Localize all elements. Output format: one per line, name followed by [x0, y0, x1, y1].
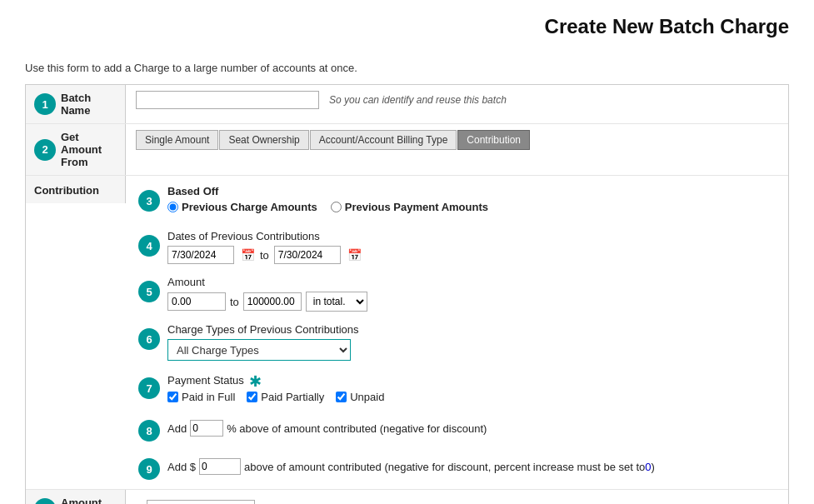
- radio-prev-charge-label: Previous Charge Amounts: [182, 201, 317, 213]
- radio-prev-payment-input[interactable]: [331, 202, 342, 212]
- amount-override-input[interactable]: [147, 500, 255, 504]
- add-percent-input[interactable]: [190, 420, 223, 437]
- charge-types-label: Charge Types of Previous Contributions: [167, 323, 778, 336]
- payment-status-checkboxes: Paid in Full Paid Partially Unpaid: [167, 391, 778, 403]
- based-off-section: 3 Based Off Previous Charge Amounts: [136, 182, 778, 222]
- check-paid-partial-label: Paid Partially: [261, 391, 324, 403]
- check-unpaid-input[interactable]: [336, 392, 347, 402]
- add-percent-content: Add % above of amount contributed (negat…: [167, 420, 778, 437]
- get-amount-row: 2 Get Amount From Single Amount Seat Own…: [26, 124, 788, 176]
- add-dollar-pre: Add $: [167, 461, 196, 473]
- contribution-section: 3 Based Off Previous Charge Amounts: [126, 176, 788, 489]
- amount-label: Amount: [167, 276, 778, 288]
- check-paid-full-label: Paid in Full: [182, 391, 235, 403]
- charge-types-section: 6 Charge Types of Previous Contributions…: [136, 320, 778, 364]
- charge-types-select[interactable]: All Charge Types: [167, 339, 351, 361]
- based-off-content: Based Off Previous Charge Amounts Previo…: [167, 185, 778, 218]
- intro-text: Use this form to add a Charge to a large…: [25, 55, 789, 74]
- date-to-label: to: [260, 249, 269, 262]
- add-dollar-content: Add $ above of amount contributed (negat…: [167, 458, 778, 475]
- batch-name-hint: So you can identify and reuse this batch: [329, 94, 507, 106]
- star-icon: ✱: [249, 372, 262, 391]
- check-paid-partial-input[interactable]: [247, 392, 257, 402]
- add-dollar-section: 9 Add $ above of amount contributed (neg…: [136, 450, 778, 483]
- step-badge-4: 4: [138, 235, 160, 257]
- charge-types-content: Charge Types of Previous Contributions A…: [167, 323, 778, 361]
- contribution-row: Contribution 3 Based Off: [26, 176, 788, 490]
- tab-contribution[interactable]: Contribution: [457, 130, 530, 150]
- amount-section: 5 Amount to in total. per item: [136, 272, 778, 315]
- dates-content: Dates of Previous Contributions 📅 to 📅: [167, 230, 778, 264]
- step-badge-6: 6: [138, 328, 160, 350]
- payment-status-section: 7 Payment Status ✱ Paid in Full: [136, 369, 778, 407]
- amount-from-input[interactable]: [167, 292, 226, 311]
- dates-section: 4 Dates of Previous Contributions 📅 to 📅: [136, 227, 778, 267]
- form-container: 1 Batch Name So you can identify and reu…: [25, 84, 789, 504]
- amount-override-field: $ Leave blank to re-use the contribution…: [126, 494, 788, 504]
- step-badge-5: 5: [138, 281, 160, 302]
- amount-override-label: Amount Override: [61, 497, 117, 504]
- tab-account-billing-type[interactable]: Account/Account Billing Type: [310, 130, 457, 150]
- cal-to-icon[interactable]: 📅: [347, 248, 362, 262]
- date-from-input[interactable]: [167, 246, 234, 264]
- radio-prev-payment-label: Previous Payment Amounts: [345, 201, 488, 213]
- payment-status-label: Payment Status: [167, 374, 244, 387]
- step-badge-10: 10: [34, 498, 56, 504]
- amount-content: Amount to in total. per item: [167, 276, 778, 312]
- check-paid-full-input[interactable]: [167, 392, 178, 402]
- check-paid-full[interactable]: Paid in Full: [167, 391, 235, 403]
- add-percent-section: 8 Add % above of amount contributed (neg…: [136, 412, 778, 445]
- step-badge-9: 9: [138, 458, 160, 480]
- step-badge-7: 7: [138, 377, 160, 399]
- dates-label: Dates of Previous Contributions: [167, 230, 778, 242]
- check-paid-partial[interactable]: Paid Partially: [247, 391, 324, 403]
- amount-to-label: to: [230, 296, 239, 308]
- add-percent-post: % above of amount contributed (negative …: [227, 422, 487, 435]
- check-unpaid[interactable]: Unpaid: [336, 391, 384, 403]
- add-dollar-input[interactable]: [199, 458, 241, 475]
- contribution-label: Contribution: [34, 184, 99, 197]
- page-title: Create New Batch Charge: [25, 15, 789, 38]
- date-to-input[interactable]: [274, 246, 341, 264]
- tab-group: Single Amount Seat Ownership Account/Acc…: [136, 130, 531, 150]
- add-dollar-end: ): [652, 461, 655, 473]
- batch-name-label: Batch Name: [61, 92, 117, 117]
- step-badge-1: 1: [34, 93, 56, 115]
- based-off-radio-group: Previous Charge Amounts Previous Payment…: [167, 201, 778, 213]
- get-amount-label: Get Amount From: [61, 131, 117, 168]
- amount-qualifier-select[interactable]: in total. per item: [306, 292, 367, 312]
- batch-name-input[interactable]: [136, 91, 319, 109]
- step-badge-2: 2: [34, 139, 56, 161]
- add-percent-pre: Add: [167, 422, 187, 435]
- based-off-label: Based Off: [167, 185, 778, 197]
- payment-status-header: Payment Status ✱: [167, 372, 778, 391]
- batch-name-row: 1 Batch Name So you can identify and reu…: [26, 85, 788, 124]
- add-dollar-post: above of amount contributed (negative fo…: [244, 461, 645, 473]
- tab-single-amount[interactable]: Single Amount: [136, 130, 218, 150]
- batch-name-field: So you can identify and reuse this batch: [126, 85, 788, 115]
- amount-to-input[interactable]: [243, 292, 302, 311]
- radio-prev-payment[interactable]: Previous Payment Amounts: [331, 201, 488, 213]
- add-dollar-link[interactable]: 0: [645, 461, 651, 473]
- payment-status-content: Payment Status ✱ Paid in Full: [167, 372, 778, 403]
- amount-inputs: to in total. per item: [167, 292, 778, 312]
- tab-seat-ownership[interactable]: Seat Ownership: [219, 130, 308, 150]
- cal-from-icon[interactable]: 📅: [241, 248, 255, 262]
- radio-prev-charge[interactable]: Previous Charge Amounts: [167, 201, 317, 213]
- dates-inputs: 📅 to 📅: [167, 246, 778, 264]
- amount-override-row: 10 Amount Override $ Leave blank to re-u…: [26, 490, 788, 504]
- step-badge-8: 8: [138, 420, 160, 442]
- tab-group-container: Single Amount Seat Ownership Account/Acc…: [126, 124, 788, 156]
- amount-override-inputs: $ Leave blank to re-use the contribution…: [136, 500, 463, 504]
- check-unpaid-label: Unpaid: [350, 391, 384, 403]
- radio-prev-charge-input[interactable]: [167, 202, 178, 212]
- step-badge-3: 3: [138, 190, 160, 212]
